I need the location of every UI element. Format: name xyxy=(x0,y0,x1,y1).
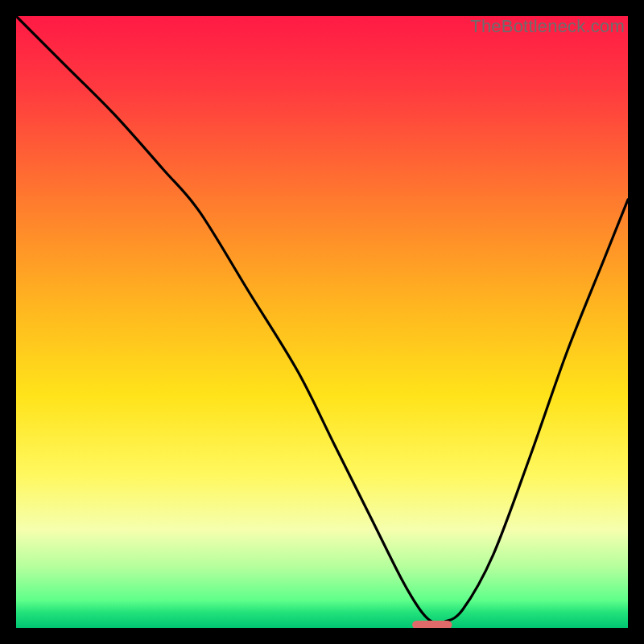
optimal-marker xyxy=(412,621,452,628)
chart-svg xyxy=(16,16,628,628)
watermark-text: TheBottleneck.com xyxy=(470,16,625,37)
chart-frame: TheBottleneck.com xyxy=(16,16,628,628)
